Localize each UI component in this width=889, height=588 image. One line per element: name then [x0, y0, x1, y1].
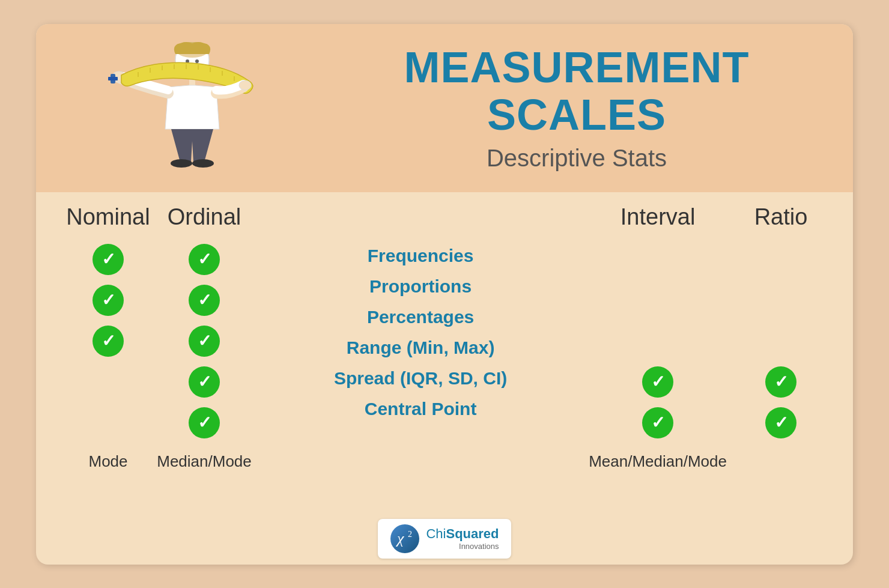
nominal-checks — [93, 239, 124, 443]
ratio-checks — [765, 239, 796, 443]
interval-footer: Mean/Median/Mode — [589, 452, 727, 471]
ratio-spacer-1 — [765, 244, 796, 275]
ordinal-column: Ordinal Median/Mode — [156, 204, 252, 471]
right-columns: Interval Mean/Median/Mode Ratio — [589, 204, 829, 471]
stat-spread: Spread (IQR, SD, CI) — [334, 363, 507, 393]
ratio-check-1 — [765, 366, 796, 398]
interval-check-2 — [642, 407, 673, 438]
nominal-header: Nominal — [66, 204, 150, 230]
svg-point-4 — [195, 59, 199, 63]
svg-point-18 — [192, 159, 214, 168]
sub-title: Descriptive Stats — [487, 145, 667, 172]
header: MEASUREMENT SCALES Descriptive Stats — [36, 24, 853, 192]
ratio-column: Ratio — [733, 204, 829, 471]
logo-text: ChiSquared Innovations — [426, 526, 499, 551]
interval-spacer-2 — [642, 285, 673, 316]
ordinal-check-1 — [189, 244, 220, 275]
nominal-spacer-1 — [93, 366, 124, 398]
logo-box: χ 2 ChiSquared Innovations — [378, 519, 511, 559]
figure-svg — [102, 42, 270, 174]
stat-central: Central Point — [365, 393, 477, 424]
logo-chi-text: ChiSquared — [426, 526, 499, 542]
ordinal-checks — [189, 239, 220, 443]
figure-wrapper — [102, 42, 270, 174]
main-title: MEASUREMENT SCALES — [404, 44, 749, 139]
ordinal-footer: Median/Mode — [157, 452, 252, 471]
nominal-check-1 — [93, 244, 124, 275]
ratio-check-2 — [765, 407, 796, 438]
svg-point-17 — [171, 159, 192, 168]
header-right: MEASUREMENT SCALES Descriptive Stats — [312, 44, 829, 172]
header-illustration — [60, 42, 312, 174]
nominal-column: Nominal Mode — [60, 204, 156, 471]
stat-proportions: Proportions — [369, 271, 472, 302]
ordinal-check-3 — [189, 326, 220, 357]
interval-header: Interval — [620, 204, 696, 230]
ordinal-check-5 — [189, 407, 220, 438]
svg-text:χ: χ — [395, 530, 404, 547]
interval-spacer-1 — [642, 244, 673, 275]
ordinal-header: Ordinal — [168, 204, 241, 230]
logo-area: χ 2 ChiSquared Innovations — [36, 510, 853, 565]
interval-checks — [642, 239, 673, 443]
interval-spacer-3 — [642, 326, 673, 357]
nominal-check-2 — [93, 285, 124, 316]
ratio-header: Ratio — [754, 204, 808, 230]
svg-point-21 — [390, 524, 419, 553]
stat-range: Range (Min, Max) — [347, 332, 495, 363]
ratio-spacer-2 — [765, 285, 796, 316]
nominal-footer: Mode — [88, 452, 127, 471]
svg-point-16 — [239, 80, 251, 90]
ordinal-check-2 — [189, 285, 220, 316]
ratio-spacer-3 — [765, 326, 796, 357]
nominal-spacer-2 — [93, 407, 124, 438]
stat-frequencies: Frequencies — [368, 240, 474, 271]
ratio-footer — [778, 452, 783, 471]
columns-row: Nominal Mode Ordinal — [60, 204, 829, 504]
svg-rect-20 — [108, 77, 118, 80]
svg-text:2: 2 — [408, 530, 412, 539]
content: Nominal Mode Ordinal — [36, 192, 853, 510]
nominal-check-3 — [93, 326, 124, 357]
main-card: MEASUREMENT SCALES Descriptive Stats Nom… — [36, 24, 853, 565]
stats-center: Frequencies Proportions Percentages Rang… — [264, 204, 577, 424]
logo-innovations-text: Innovations — [426, 542, 499, 551]
interval-check-1 — [642, 366, 673, 398]
chisquared-logo-icon: χ 2 — [390, 524, 420, 554]
stat-percentages: Percentages — [367, 302, 474, 332]
interval-column: Interval Mean/Median/Mode — [589, 204, 727, 471]
ordinal-check-4 — [189, 366, 220, 398]
